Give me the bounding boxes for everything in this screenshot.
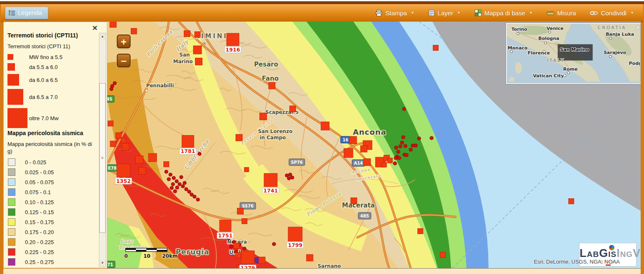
earthquake-dot[interactable]: [430, 136, 433, 140]
earthquake-marker[interactable]: [117, 164, 130, 177]
earthquake-dot[interactable]: [393, 162, 397, 165]
earthquake-marker[interactable]: [131, 28, 137, 34]
earthquake-dot[interactable]: [285, 174, 289, 177]
map-canvas[interactable]: ItalyForlì-CesenaMarcheUmbriaFiume Poten…: [107, 22, 641, 269]
earthquake-dot[interactable]: [198, 152, 201, 156]
earthquake-dot[interactable]: [175, 180, 178, 183]
earthquake-marker[interactable]: [164, 162, 169, 167]
earthquake-dot[interactable]: [397, 150, 400, 153]
legend-scrollbar[interactable]: ▲ ≡ ▼: [99, 33, 106, 267]
earthquake-marker[interactable]: [139, 168, 146, 175]
earthquake-dot[interactable]: [171, 183, 175, 186]
earthquake-dot[interactable]: [414, 144, 417, 147]
earthquake-dot[interactable]: [178, 183, 181, 186]
earthquake-marker[interactable]: [237, 208, 244, 215]
earthquake-dot[interactable]: [417, 137, 421, 140]
earthquake-marker[interactable]: [122, 143, 129, 151]
earthquake-marker[interactable]: [288, 227, 302, 241]
earthquake-dot[interactable]: [173, 190, 177, 193]
earthquake-dot[interactable]: [172, 176, 175, 180]
inset-toggle-icon[interactable]: ↗: [634, 25, 640, 32]
earthquake-marker[interactable]: [121, 138, 126, 143]
earthquake-dot[interactable]: [170, 186, 173, 190]
earthquake-dot[interactable]: [289, 173, 292, 176]
earthquake-marker[interactable]: [382, 162, 387, 167]
earthquake-marker[interactable]: [269, 82, 275, 89]
earthquake-marker[interactable]: [236, 253, 241, 258]
earthquake-marker[interactable]: [364, 159, 371, 166]
toolbar-mappa-di-base[interactable]: Mappa di base ▼: [475, 10, 533, 17]
earthquake-dot[interactable]: [404, 144, 407, 148]
earthquake-marker[interactable]: [242, 219, 247, 224]
toolbar-layer[interactable]: Layer ▼: [429, 10, 461, 17]
earthquake-dot[interactable]: [169, 173, 172, 176]
scroll-up-icon[interactable]: ▲: [99, 33, 106, 40]
earthquake-dot[interactable]: [243, 247, 246, 250]
legend-toggle-button[interactable]: Legenda: [5, 7, 48, 19]
earthquake-dot[interactable]: [181, 185, 185, 188]
earthquake-marker[interactable]: [195, 58, 202, 65]
earthquake-marker[interactable]: [116, 133, 121, 138]
earthquake-dot[interactable]: [193, 195, 196, 198]
toolbar-condividi[interactable]: Condividi ▼: [590, 10, 634, 17]
earthquake-dot[interactable]: [402, 136, 405, 139]
earthquake-marker[interactable]: [418, 229, 423, 234]
earthquake-dot[interactable]: [183, 181, 186, 185]
scrollbar-thumb[interactable]: ≡: [99, 83, 106, 233]
earthquake-marker[interactable]: [241, 251, 254, 264]
toolbar-misura[interactable]: Misura: [547, 10, 576, 17]
earthquake-marker[interactable]: [360, 146, 367, 152]
earthquake-dot[interactable]: [190, 193, 193, 196]
earthquake-marker[interactable]: [351, 198, 357, 204]
earthquake-dot[interactable]: [165, 170, 168, 173]
earthquake-marker[interactable]: [136, 156, 143, 164]
earthquake-marker[interactable]: [220, 220, 231, 232]
earthquake-dot[interactable]: [394, 156, 397, 160]
earthquake-marker[interactable]: [234, 243, 239, 249]
earthquake-dot[interactable]: [400, 141, 404, 144]
scroll-down-icon[interactable]: ▼: [99, 260, 106, 267]
earthquake-dot[interactable]: [399, 145, 402, 148]
earthquake-dot[interactable]: [167, 178, 170, 181]
earthquake-marker[interactable]: [184, 31, 190, 37]
earthquake-marker[interactable]: [260, 113, 267, 120]
earthquake-marker[interactable]: [108, 121, 114, 126]
earthquake-marker[interactable]: [387, 158, 392, 163]
earthquake-dot[interactable]: [196, 198, 200, 201]
earthquake-marker[interactable]: [244, 168, 249, 172]
earthquake-marker[interactable]: [344, 148, 353, 158]
earthquake-marker[interactable]: [321, 122, 329, 130]
overview-map[interactable]: ↗ TorinoVeniceBolognaMonacoFlorenceRomeV…: [506, 23, 641, 84]
earthquake-marker[interactable]: [433, 45, 439, 51]
toolbar-stampa[interactable]: Stampa ▼: [375, 10, 415, 17]
earthquake-marker[interactable]: [290, 106, 296, 112]
earthquake-marker[interactable]: [440, 252, 446, 258]
earthquake-dot[interactable]: [113, 81, 116, 85]
earthquake-dot[interactable]: [409, 148, 412, 151]
earthquake-marker[interactable]: [264, 173, 277, 187]
earthquake-dot[interactable]: [229, 245, 233, 248]
earthquake-marker[interactable]: [110, 22, 116, 27]
earthquake-marker[interactable]: [236, 134, 242, 141]
earthquake-marker[interactable]: [182, 136, 194, 148]
earthquake-marker[interactable]: [148, 153, 157, 162]
earthquake-dot[interactable]: [272, 242, 276, 246]
zoom-in-button[interactable]: +: [117, 35, 131, 48]
earthquake-marker[interactable]: [195, 32, 200, 37]
earthquake-marker[interactable]: [193, 46, 202, 54]
earthquake-marker[interactable]: [110, 141, 116, 147]
earthquake-marker[interactable]: [569, 199, 574, 204]
earthquake-dot[interactable]: [405, 153, 408, 157]
earthquake-dot[interactable]: [188, 190, 191, 193]
earthquake-marker[interactable]: [349, 136, 357, 144]
earthquake-dot[interactable]: [397, 156, 401, 160]
earthquake-dot[interactable]: [402, 107, 406, 111]
earthquake-dot[interactable]: [180, 175, 183, 179]
earthquake-dot[interactable]: [175, 186, 179, 189]
zoom-out-button[interactable]: −: [117, 54, 131, 67]
earthquake-dot[interactable]: [110, 87, 113, 91]
earthquake-dot[interactable]: [395, 146, 398, 149]
earthquake-marker[interactable]: [227, 33, 239, 46]
earthquake-dot[interactable]: [287, 177, 291, 180]
earthquake-marker[interactable]: [259, 257, 265, 264]
